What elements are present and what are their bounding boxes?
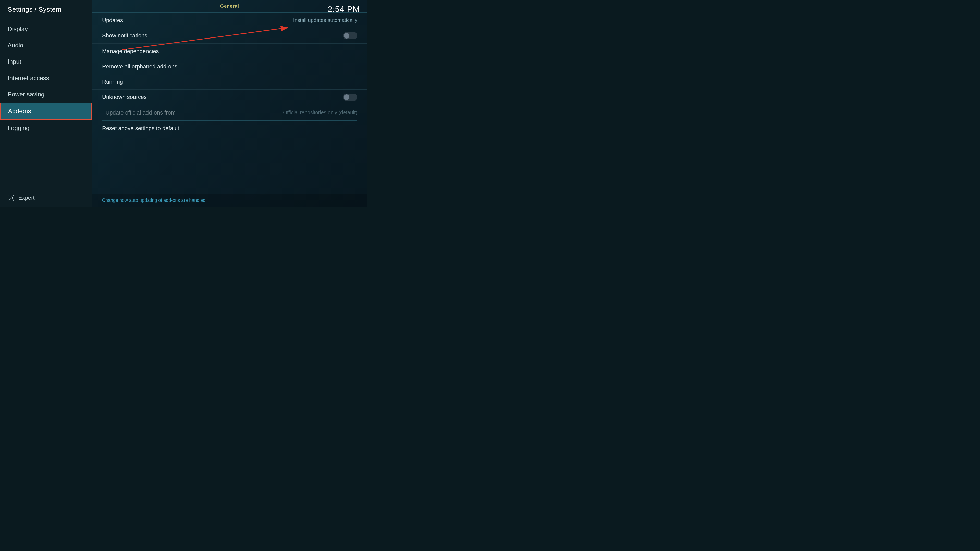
section-header: General	[92, 0, 368, 13]
clock: 2:54 PM	[328, 5, 360, 14]
setting-label-running: Running	[102, 79, 123, 85]
sidebar-item-audio[interactable]: Audio	[0, 37, 92, 54]
section-title: General	[220, 3, 239, 9]
sidebar-item-add-ons[interactable]: Add-ons	[0, 103, 92, 120]
sidebar-label-logging: Logging	[8, 124, 29, 131]
setting-row-reset[interactable]: Reset above settings to default	[92, 121, 368, 136]
setting-label-show-notifications: Show notifications	[102, 32, 147, 39]
sidebar-label-add-ons: Add-ons	[8, 108, 31, 114]
setting-row-show-notifications[interactable]: Show notifications	[92, 28, 368, 44]
gear-icon	[8, 194, 15, 202]
svg-point-0	[10, 197, 13, 199]
sidebar-label-audio: Audio	[8, 42, 23, 49]
expert-label: Expert	[18, 195, 35, 201]
sidebar: Settings / System Display Audio Input In…	[0, 0, 92, 206]
setting-value-update-official: Official repositories only (default)	[283, 110, 357, 116]
sidebar-item-power-saving[interactable]: Power saving	[0, 86, 92, 103]
sidebar-item-display[interactable]: Display	[0, 21, 92, 37]
bottom-bar: Change how auto updating of add-ons are …	[92, 194, 368, 206]
setting-label-updates: Updates	[102, 17, 123, 24]
settings-list: Updates Install updates automatically Sh…	[92, 13, 368, 194]
setting-row-update-official[interactable]: - Update official add-ons from Official …	[92, 105, 368, 121]
setting-row-running[interactable]: Running	[92, 74, 368, 89]
setting-row-manage-dependencies[interactable]: Manage dependencies	[92, 44, 368, 59]
sidebar-label-input: Input	[8, 58, 21, 65]
main-content: 2:54 PM General Updates Install updates …	[92, 0, 368, 206]
sidebar-label-display: Display	[8, 25, 28, 32]
setting-row-unknown-sources[interactable]: Unknown sources	[92, 89, 368, 105]
sidebar-nav: Display Audio Input Internet access Powe…	[0, 21, 92, 189]
setting-label-unknown-sources: Unknown sources	[102, 94, 147, 100]
page-title: Settings / System	[0, 0, 92, 18]
toggle-show-notifications[interactable]	[343, 32, 357, 39]
setting-value-updates: Install updates automatically	[293, 17, 357, 23]
setting-label-manage-dependencies: Manage dependencies	[102, 48, 159, 55]
sidebar-item-internet-access[interactable]: Internet access	[0, 70, 92, 86]
setting-label-update-official: - Update official add-ons from	[102, 110, 176, 116]
sidebar-item-logging[interactable]: Logging	[0, 120, 92, 136]
sidebar-label-power-saving: Power saving	[8, 91, 45, 98]
setting-row-updates[interactable]: Updates Install updates automatically	[92, 13, 368, 28]
bottom-hint: Change how auto updating of add-ons are …	[102, 198, 207, 203]
sidebar-label-internet-access: Internet access	[8, 75, 49, 81]
setting-label-remove-orphaned: Remove all orphaned add-ons	[102, 63, 177, 70]
sidebar-bottom[interactable]: Expert	[0, 189, 92, 206]
reset-label: Reset above settings to default	[102, 125, 179, 132]
sidebar-item-input[interactable]: Input	[0, 54, 92, 70]
toggle-unknown-sources[interactable]	[343, 94, 357, 101]
setting-row-remove-orphaned[interactable]: Remove all orphaned add-ons	[92, 59, 368, 74]
